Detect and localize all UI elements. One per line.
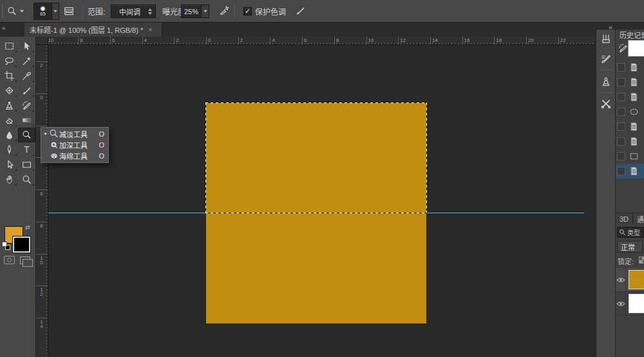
updown-caret-icon [148,8,152,15]
magic-wand-tool[interactable] [18,53,35,68]
collapse-panels-icon[interactable]: « [609,23,612,31]
flyout-item-减淡工具[interactable]: •减淡工具O [41,128,108,139]
layers-panel: 类型 正常 锁定: [616,224,644,357]
brush-tool[interactable] [18,83,35,98]
document-tab[interactable]: 未标题-1 @ 100% (图层 1, RGB/8) * × [24,23,162,37]
ruler-tick [110,37,111,45]
selection-marching-ants-right [426,102,427,213]
ruler-number: 8 [39,223,44,227]
background-layer-row[interactable] [616,292,644,316]
gradient-tool[interactable] [18,113,35,128]
history-state-row[interactable] [616,60,644,75]
history-state-row[interactable] [616,90,644,104]
ruler-number: 14 [432,37,438,43]
history-state-row[interactable] [616,164,644,179]
screen-mode-button[interactable] [20,256,30,264]
healing-brush-tool[interactable] [1,83,18,98]
type-tool[interactable]: T [18,142,35,157]
history-brush-source-well[interactable] [617,63,625,72]
default-colors-icon[interactable] [2,242,10,250]
selellipse-icon [629,107,639,117]
brush-presets-panel-button[interactable] [596,49,616,68]
ruler-number: 0 [39,95,44,99]
layer-filter-dropdown[interactable]: 类型 [617,227,644,238]
layer-visibility-toggle[interactable] [616,292,626,315]
flyout-item-label: 减淡工具 [59,129,99,139]
history-brush-source-well[interactable] [617,167,625,175]
brush-pressure-toggle-button[interactable] [295,5,306,16]
clone-stamp-tool[interactable] [1,98,18,113]
brush-preset-picker[interactable]: 65 [33,3,59,20]
clone_source-icon [600,75,612,87]
protect-tones-checkbox[interactable]: ✓ [243,7,252,15]
exposure-caret-button[interactable] [202,5,209,18]
history-brush-source-well[interactable] [617,137,625,146]
photoshop-window: 65 范围: 中间调 曝光度: 25% ✓ 保护色调 « 未标题-1 @ 100… [0,0,644,357]
hand-tool[interactable] [1,172,18,187]
dodge-tool[interactable] [18,128,35,142]
lasso-tool[interactable] [1,53,18,68]
history-state-row[interactable] [616,75,644,90]
doc-icon [629,63,639,72]
ruler-number: 10 [48,37,53,43]
collapse-left-icon[interactable]: « [2,24,5,32]
path-selection-tool[interactable] [1,157,18,172]
range-dropdown[interactable]: 中间调 [111,5,156,18]
lock-transparency-icon[interactable] [639,256,644,264]
clone-source-panel-button[interactable] [596,72,616,91]
eraser-tool[interactable] [1,113,18,128]
history-brush-source-well[interactable] [617,152,625,160]
tool-presets-panel-button[interactable] [596,94,616,113]
brushes-panel-button[interactable] [596,30,616,49]
history-brush-source-well[interactable] [617,108,625,116]
layer-1-row[interactable] [616,268,644,292]
history-state-row[interactable] [616,134,644,149]
ruler-tick [430,37,431,45]
exposure-value-field[interactable]: 25% [181,5,202,18]
close-tab-icon[interactable]: × [148,26,152,34]
swap-colors-icon[interactable]: ⇄ [25,224,30,231]
move-tool[interactable] [18,39,35,53]
tool-preset-picker[interactable] [6,3,31,19]
flyout-item-加深工具[interactable]: 加深工具O [41,139,108,150]
rectangular-marquee-tool[interactable] [1,39,18,53]
pen-tool[interactable] [1,142,18,157]
history-state-row[interactable] [616,149,644,164]
blur-tool[interactable] [1,128,18,142]
right-panels: 历史记录 3D通道 类型 正常 锁定: [615,30,644,357]
history-state-row[interactable] [616,104,644,119]
brush-picker-caret[interactable] [52,3,59,19]
eyedropper-tool[interactable] [18,68,35,83]
doc-icon [629,122,639,131]
crop-tool[interactable] [1,68,18,83]
history-brush-source-icon[interactable] [618,43,629,53]
layer-visibility-toggle[interactable] [616,268,626,291]
history-state-row[interactable] [616,119,644,134]
ruler-tick [36,93,48,94]
ruler-tick [494,37,495,45]
toolbox: T ⇄ [0,37,36,357]
history-brush-source-well[interactable] [617,93,625,101]
panel-tab-通道[interactable]: 通道 [633,213,644,224]
history-brush-source-well[interactable] [617,122,625,131]
background-color-swatch[interactable] [13,236,30,253]
brush_presets-icon [600,53,612,64]
flyout-item-海绵工具[interactable]: 海绵工具O [41,150,108,161]
airbrush-toggle-button[interactable] [219,6,229,16]
ruler-number: 6 [304,37,307,43]
history-snapshot-row[interactable] [616,39,644,58]
blend-mode-dropdown[interactable]: 正常 [617,241,643,253]
ruler-tick [36,254,48,255]
history-states-list [616,60,644,179]
ruler-tick [302,37,303,45]
history-brush-source-well[interactable] [617,78,625,86]
zoom-tool[interactable] [18,172,35,187]
panel-tab-3D[interactable]: 3D [616,213,633,224]
quick-mask-button[interactable] [4,256,15,264]
ruler-number: 2 [176,37,178,43]
toggle-brush-panel-button[interactable] [63,5,75,17]
ruler-tick [398,37,399,45]
history-brush-tool[interactable] [18,98,35,113]
shape-tool[interactable] [18,157,35,172]
ruler-number: 6 [39,191,44,195]
